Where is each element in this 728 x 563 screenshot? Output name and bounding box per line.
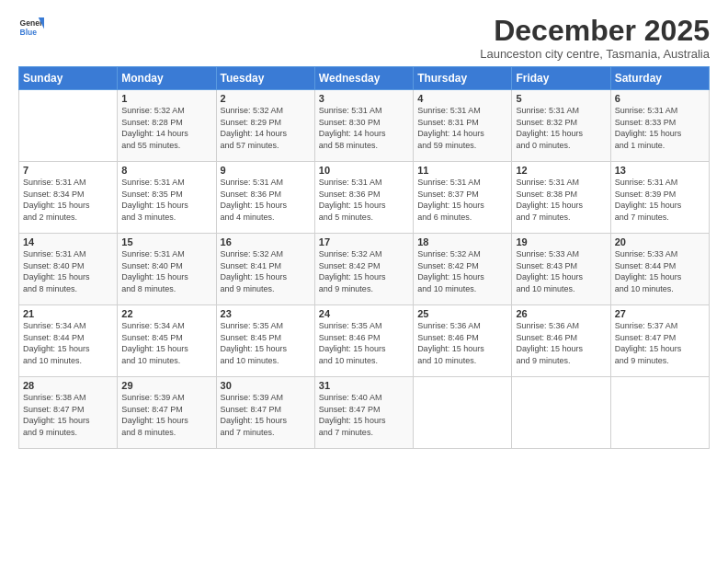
- day-number: 31: [319, 380, 409, 391]
- weekday-header-row: SundayMondayTuesdayWednesdayThursdayFrid…: [19, 67, 710, 90]
- calendar-cell: 25Sunrise: 5:36 AM Sunset: 8:46 PM Dayli…: [414, 305, 512, 377]
- calendar-cell: 16Sunrise: 5:32 AM Sunset: 8:41 PM Dayli…: [216, 234, 314, 305]
- calendar-cell: 12Sunrise: 5:31 AM Sunset: 8:38 PM Dayli…: [512, 162, 610, 234]
- day-number: 10: [319, 165, 409, 176]
- week-row-1: 7Sunrise: 5:31 AM Sunset: 8:34 PM Daylig…: [19, 162, 710, 234]
- day-number: 8: [121, 165, 211, 176]
- day-info: Sunrise: 5:32 AM Sunset: 8:28 PM Dayligh…: [121, 105, 211, 151]
- calendar-cell: 28Sunrise: 5:38 AM Sunset: 8:47 PM Dayli…: [19, 377, 118, 449]
- title-block: December 2025 Launceston city centre, Ta…: [480, 15, 710, 61]
- day-info: Sunrise: 5:37 AM Sunset: 8:47 PM Dayligh…: [615, 320, 705, 366]
- weekday-header-wednesday: Wednesday: [314, 67, 413, 90]
- calendar-cell: 1Sunrise: 5:32 AM Sunset: 8:28 PM Daylig…: [118, 90, 216, 162]
- calendar-cell: 30Sunrise: 5:39 AM Sunset: 8:47 PM Dayli…: [216, 377, 314, 449]
- header: General Blue December 2025 Launceston ci…: [18, 15, 710, 61]
- day-number: 15: [121, 236, 211, 247]
- weekday-header-tuesday: Tuesday: [216, 67, 314, 90]
- calendar-cell: 5Sunrise: 5:31 AM Sunset: 8:32 PM Daylig…: [512, 90, 610, 162]
- calendar-cell: 8Sunrise: 5:31 AM Sunset: 8:35 PM Daylig…: [118, 162, 216, 234]
- day-number: 12: [516, 165, 606, 176]
- day-info: Sunrise: 5:39 AM Sunset: 8:47 PM Dayligh…: [221, 392, 311, 438]
- day-number: 19: [516, 236, 606, 247]
- calendar-cell: 10Sunrise: 5:31 AM Sunset: 8:36 PM Dayli…: [314, 162, 413, 234]
- calendar-cell: 23Sunrise: 5:35 AM Sunset: 8:45 PM Dayli…: [216, 305, 314, 377]
- calendar-cell: 11Sunrise: 5:31 AM Sunset: 8:37 PM Dayli…: [414, 162, 512, 234]
- weekday-header-friday: Friday: [512, 67, 610, 90]
- day-info: Sunrise: 5:32 AM Sunset: 8:42 PM Dayligh…: [417, 248, 507, 294]
- day-number: 1: [121, 93, 211, 104]
- calendar-cell: [610, 377, 709, 449]
- calendar-cell: 21Sunrise: 5:34 AM Sunset: 8:44 PM Dayli…: [19, 305, 118, 377]
- calendar-cell: 7Sunrise: 5:31 AM Sunset: 8:34 PM Daylig…: [19, 162, 118, 234]
- day-number: 22: [121, 308, 211, 319]
- day-info: Sunrise: 5:31 AM Sunset: 8:40 PM Dayligh…: [23, 248, 113, 294]
- day-number: 24: [319, 308, 409, 319]
- week-row-4: 28Sunrise: 5:38 AM Sunset: 8:47 PM Dayli…: [19, 377, 710, 449]
- month-title: December 2025: [480, 15, 710, 47]
- day-number: 6: [615, 93, 705, 104]
- day-info: Sunrise: 5:31 AM Sunset: 8:39 PM Dayligh…: [615, 177, 705, 223]
- day-info: Sunrise: 5:31 AM Sunset: 8:35 PM Dayligh…: [121, 177, 211, 223]
- svg-text:Blue: Blue: [20, 28, 38, 37]
- subtitle: Launceston city centre, Tasmania, Austra…: [480, 47, 710, 61]
- day-info: Sunrise: 5:36 AM Sunset: 8:46 PM Dayligh…: [516, 320, 606, 366]
- calendar-cell: 6Sunrise: 5:31 AM Sunset: 8:33 PM Daylig…: [610, 90, 709, 162]
- weekday-header-sunday: Sunday: [19, 67, 118, 90]
- day-number: 7: [23, 165, 113, 176]
- calendar-cell: 24Sunrise: 5:35 AM Sunset: 8:46 PM Dayli…: [314, 305, 413, 377]
- calendar-cell: 26Sunrise: 5:36 AM Sunset: 8:46 PM Dayli…: [512, 305, 610, 377]
- day-info: Sunrise: 5:31 AM Sunset: 8:40 PM Dayligh…: [121, 248, 211, 294]
- day-number: 14: [23, 236, 113, 247]
- calendar-cell: 14Sunrise: 5:31 AM Sunset: 8:40 PM Dayli…: [19, 234, 118, 305]
- week-row-2: 14Sunrise: 5:31 AM Sunset: 8:40 PM Dayli…: [19, 234, 710, 305]
- logo: General Blue: [18, 15, 44, 40]
- day-number: 18: [417, 236, 507, 247]
- calendar-cell: 3Sunrise: 5:31 AM Sunset: 8:30 PM Daylig…: [314, 90, 413, 162]
- calendar-cell: 18Sunrise: 5:32 AM Sunset: 8:42 PM Dayli…: [414, 234, 512, 305]
- day-info: Sunrise: 5:33 AM Sunset: 8:44 PM Dayligh…: [615, 248, 705, 294]
- calendar-cell: 4Sunrise: 5:31 AM Sunset: 8:31 PM Daylig…: [414, 90, 512, 162]
- calendar-cell: 27Sunrise: 5:37 AM Sunset: 8:47 PM Dayli…: [610, 305, 709, 377]
- week-row-3: 21Sunrise: 5:34 AM Sunset: 8:44 PM Dayli…: [19, 305, 710, 377]
- day-number: 17: [319, 236, 409, 247]
- calendar-cell: [512, 377, 610, 449]
- week-row-0: 1Sunrise: 5:32 AM Sunset: 8:28 PM Daylig…: [19, 90, 710, 162]
- day-number: 27: [615, 308, 705, 319]
- calendar-cell: 19Sunrise: 5:33 AM Sunset: 8:43 PM Dayli…: [512, 234, 610, 305]
- day-info: Sunrise: 5:32 AM Sunset: 8:41 PM Dayligh…: [221, 248, 311, 294]
- calendar-cell: 9Sunrise: 5:31 AM Sunset: 8:36 PM Daylig…: [216, 162, 314, 234]
- day-info: Sunrise: 5:36 AM Sunset: 8:46 PM Dayligh…: [417, 320, 507, 366]
- calendar-cell: 13Sunrise: 5:31 AM Sunset: 8:39 PM Dayli…: [610, 162, 709, 234]
- day-info: Sunrise: 5:31 AM Sunset: 8:32 PM Dayligh…: [516, 105, 606, 151]
- day-info: Sunrise: 5:35 AM Sunset: 8:46 PM Dayligh…: [319, 320, 409, 366]
- day-info: Sunrise: 5:31 AM Sunset: 8:37 PM Dayligh…: [417, 177, 507, 223]
- day-number: 13: [615, 165, 705, 176]
- day-number: 20: [615, 236, 705, 247]
- day-number: 25: [417, 308, 507, 319]
- day-number: 21: [23, 308, 113, 319]
- day-info: Sunrise: 5:31 AM Sunset: 8:31 PM Dayligh…: [417, 105, 507, 151]
- calendar-cell: 15Sunrise: 5:31 AM Sunset: 8:40 PM Dayli…: [118, 234, 216, 305]
- day-number: 2: [221, 93, 311, 104]
- day-info: Sunrise: 5:38 AM Sunset: 8:47 PM Dayligh…: [23, 392, 113, 438]
- weekday-header-monday: Monday: [118, 67, 216, 90]
- day-info: Sunrise: 5:34 AM Sunset: 8:44 PM Dayligh…: [23, 320, 113, 366]
- day-number: 9: [221, 165, 311, 176]
- day-number: 23: [221, 308, 311, 319]
- calendar-cell: 31Sunrise: 5:40 AM Sunset: 8:47 PM Dayli…: [314, 377, 413, 449]
- day-info: Sunrise: 5:40 AM Sunset: 8:47 PM Dayligh…: [319, 392, 409, 438]
- day-number: 5: [516, 93, 606, 104]
- day-info: Sunrise: 5:31 AM Sunset: 8:36 PM Dayligh…: [319, 177, 409, 223]
- calendar-cell: 22Sunrise: 5:34 AM Sunset: 8:45 PM Dayli…: [118, 305, 216, 377]
- calendar-cell: [414, 377, 512, 449]
- calendar-cell: 17Sunrise: 5:32 AM Sunset: 8:42 PM Dayli…: [314, 234, 413, 305]
- day-number: 11: [417, 165, 507, 176]
- calendar-cell: 2Sunrise: 5:32 AM Sunset: 8:29 PM Daylig…: [216, 90, 314, 162]
- day-number: 29: [121, 380, 211, 391]
- logo-icon: General Blue: [18, 15, 44, 40]
- weekday-header-saturday: Saturday: [610, 67, 709, 90]
- day-number: 4: [417, 93, 507, 104]
- weekday-header-thursday: Thursday: [414, 67, 512, 90]
- calendar-cell: [19, 90, 118, 162]
- day-info: Sunrise: 5:34 AM Sunset: 8:45 PM Dayligh…: [121, 320, 211, 366]
